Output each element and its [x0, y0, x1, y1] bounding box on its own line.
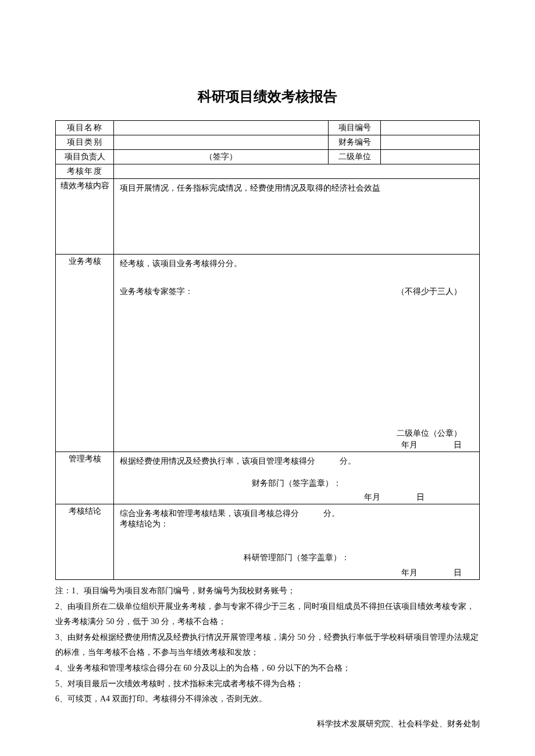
- conclusion-date-d: 日: [454, 568, 462, 577]
- mgmt-date-d: 日: [416, 493, 425, 501]
- note-1: 注：1、项目编号为项目发布部门编号，财务编号为我校财务账号；: [55, 583, 480, 599]
- mgmt-date-ym: 年月: [364, 493, 380, 501]
- label-unit: 二级单位: [329, 150, 381, 164]
- business-sign-label: 业务考核专家签字：: [120, 286, 193, 297]
- conclusion-line3: 科研管理部门（签字盖章）：: [120, 553, 473, 563]
- assess-content-text: 项目开展情况，任务指标完成情况，经费使用情况及取得的经济社会效益: [117, 181, 476, 196]
- label-year: 考核年度: [56, 164, 114, 179]
- conclusion-date: 年月 日: [401, 568, 462, 578]
- conclusion-line2: 考核结论为：: [120, 519, 473, 529]
- label-finance-no: 财务编号: [329, 135, 381, 150]
- label-lead: 项目负责人: [56, 150, 114, 164]
- label-business-assess: 业务考核: [56, 255, 114, 452]
- note-3: 3、由财务处根据经费使用情况及经费执行情况开展管理考核，满分 50 分，经费执行…: [55, 630, 480, 661]
- business-stamp: 二级单位（公章）: [397, 428, 462, 439]
- footer: 科学技术发展研究院、社会科学处、财务处制: [55, 719, 480, 729]
- value-project-no: [381, 121, 480, 135]
- label-project-no: 项目编号: [329, 121, 381, 135]
- label-conclusion: 考核结论: [56, 504, 114, 580]
- value-assess-content: 项目开展情况，任务指标完成情况，经费使用情况及取得的经济社会效益: [114, 179, 480, 255]
- value-mgmt-assess: 根据经费使用情况及经费执行率，该项目管理考核得分 分。 财务部门（签字盖章）： …: [114, 452, 480, 504]
- value-year: [114, 164, 480, 179]
- business-date: 年月 日: [401, 440, 462, 450]
- value-business-assess: 经考核，该项目业务考核得分分。 业务考核专家签字： （不得少于三人） 二级单位（…: [114, 255, 480, 452]
- value-project-type: [114, 135, 329, 150]
- business-date-ym: 年月: [401, 440, 418, 449]
- business-sign-note: （不得少于三人）: [397, 286, 473, 297]
- business-line1: 经考核，该项目业务考核得分分。: [120, 259, 473, 269]
- conclusion-date-ym: 年月: [401, 568, 418, 577]
- page-title: 科研项目绩效考核报告: [55, 87, 480, 106]
- report-table: 项目名称 项目编号 项目类别 财务编号 项目负责人 （签字） 二级单位 考核年度…: [55, 120, 480, 580]
- label-project-name: 项目名称: [56, 121, 114, 135]
- value-project-name: [114, 121, 329, 135]
- conclusion-line1: 综合业务考核和管理考核结果，该项目考核总得分 分。: [120, 508, 473, 519]
- note-4: 4、业务考核和管理考核综合得分在 60 分及以上的为合格，60 分以下的为不合格…: [55, 661, 480, 676]
- note-2: 2、由项目所在二级单位组织开展业务考核，参与专家不得少于三名，同时项目组成员不得…: [55, 599, 480, 630]
- note-5: 5、对项目最后一次绩效考核时，技术指标未完成者考核不得为合格；: [55, 676, 480, 692]
- label-mgmt-assess: 管理考核: [56, 452, 114, 504]
- mgmt-line2: 财务部门（签字盖章）：: [120, 478, 473, 489]
- mgmt-line1: 根据经费使用情况及经费执行率，该项目管理考核得分 分。: [120, 456, 473, 467]
- business-date-d: 日: [454, 440, 462, 449]
- value-conclusion: 综合业务考核和管理考核结果，该项目考核总得分 分。 考核结论为： 科研管理部门（…: [114, 504, 480, 580]
- label-project-type: 项目类别: [56, 135, 114, 150]
- mgmt-date: 年月 日: [117, 492, 483, 503]
- value-unit: [381, 150, 480, 164]
- value-finance-no: [381, 135, 480, 150]
- value-lead: （签字）: [114, 150, 329, 164]
- label-assess-content: 绩效考核内容: [56, 179, 114, 255]
- note-6: 6、可续页，A4 双面打印。考核得分不得涂改，否则无效。: [55, 691, 480, 707]
- notes-block: 注：1、项目编号为项目发布部门编号，财务编号为我校财务账号； 2、由项目所在二级…: [55, 583, 480, 707]
